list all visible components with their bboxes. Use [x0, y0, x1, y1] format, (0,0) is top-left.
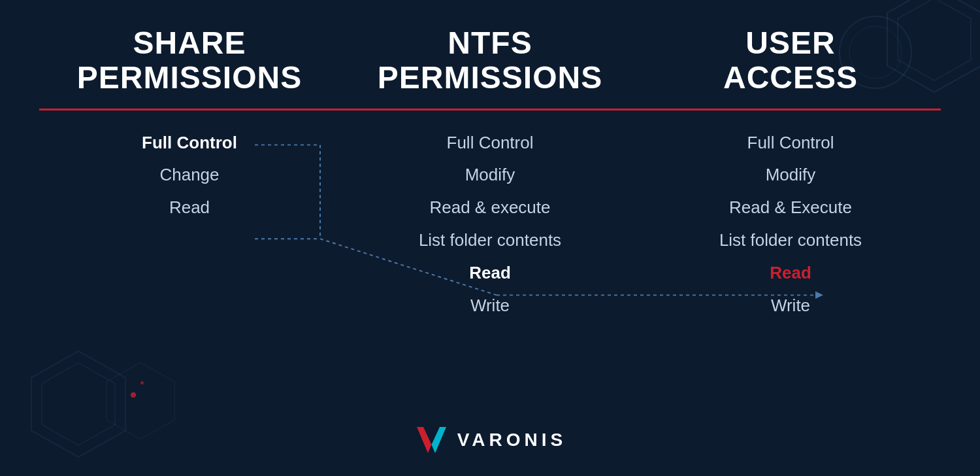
share-full-control: Full Control [142, 132, 237, 154]
share-permissions-col: Full Control Change Read [39, 127, 340, 411]
share-permissions-line2: PERMISSIONS [77, 60, 302, 95]
ntfs-full-control: Full Control [447, 132, 534, 154]
user-access-line2: ACCESS [723, 60, 858, 95]
logo-section: VARONIS [0, 411, 980, 476]
ntfs-permissions-line1: NTFS [448, 26, 532, 60]
varonis-logo-text: VARONIS [457, 430, 567, 450]
ntfs-read-execute: Read & execute [429, 197, 550, 219]
user-list-folder: List folder contents [719, 230, 862, 252]
user-modify: Modify [766, 164, 816, 186]
user-write: Write [771, 295, 810, 317]
section-divider [0, 95, 980, 110]
ntfs-list-folder: List folder contents [419, 230, 561, 252]
ntfs-permissions-line2: PERMISSIONS [378, 60, 602, 95]
share-permissions-line1: SHARE [133, 26, 246, 60]
share-permissions-header: SHARE PERMISSIONS [39, 26, 340, 95]
user-read-execute: Read & Execute [729, 197, 852, 219]
varonis-logo-icon [414, 424, 449, 456]
user-access-col: Full Control Modify Read & Execute List … [640, 127, 941, 411]
share-read: Read [169, 197, 210, 219]
ntfs-read: Read [469, 262, 511, 284]
share-change: Change [159, 164, 219, 186]
ntfs-modify: Modify [465, 164, 515, 186]
ntfs-write: Write [470, 295, 510, 317]
user-full-control: Full Control [747, 132, 834, 154]
ntfs-permissions-header: NTFS PERMISSIONS [340, 26, 640, 95]
user-access-line1: USER [745, 26, 835, 60]
ntfs-permissions-col: Full Control Modify Read & execute List … [340, 127, 640, 411]
user-access-header: USER ACCESS [640, 26, 941, 95]
user-read: Read [770, 262, 811, 284]
